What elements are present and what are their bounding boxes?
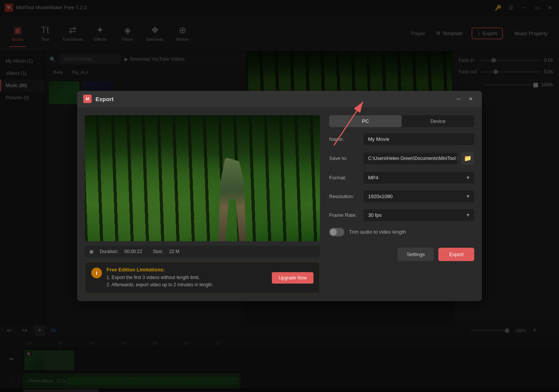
resolution-group: Resolution: 1920x1080 1280x720 3840x2160… bbox=[329, 190, 474, 202]
save-to-path: C:\Users\Helen Green\Documents\MiniTool … bbox=[364, 153, 457, 164]
trim-audio-row: Trim audio to video length bbox=[329, 228, 474, 236]
video-info-bar: ▣ Duration: 00:00:22 Size: 22 M bbox=[85, 246, 320, 257]
resolution-select[interactable]: 1920x1080 1280x720 3840x2160 bbox=[364, 190, 474, 202]
save-to-label: Save to: bbox=[329, 155, 360, 161]
name-label: Name: bbox=[329, 136, 360, 142]
size-label: Size: bbox=[153, 249, 163, 254]
dialog-body: ▣ Duration: 00:00:22 Size: 22 M i Free E… bbox=[77, 108, 482, 301]
size-value: 22 M bbox=[169, 249, 179, 254]
upgrade-now-button[interactable]: Upgrade Now bbox=[272, 272, 313, 284]
dialog-title: M Export bbox=[83, 95, 114, 103]
dialog-footer: Settings Export bbox=[329, 244, 474, 261]
format-select-wrapper: MP4 MOV AVI ▼ bbox=[364, 172, 474, 184]
toggle-knob bbox=[330, 229, 337, 236]
dialog-close-button[interactable]: ✕ bbox=[466, 94, 476, 104]
tab-pc[interactable]: PC bbox=[329, 115, 402, 127]
resolution-label: Resolution: bbox=[329, 194, 360, 199]
dialog-controls: ─ ✕ bbox=[454, 94, 476, 104]
name-field-group: Name: bbox=[329, 133, 474, 145]
duration-value: 00:00:22 bbox=[124, 249, 142, 254]
format-group: Format: MP4 MOV AVI ▼ bbox=[329, 172, 474, 184]
limitations-title: Free Edition Limitations: bbox=[107, 267, 267, 273]
export-action-button[interactable]: Export bbox=[438, 248, 474, 261]
settings-button[interactable]: Settings bbox=[397, 248, 434, 261]
save-to-group: Save to: C:\Users\Helen Green\Documents\… bbox=[329, 152, 474, 165]
format-label: Format: bbox=[329, 175, 360, 181]
browse-folder-button[interactable]: 📁 bbox=[461, 152, 474, 165]
duration-label: Duration: bbox=[100, 249, 118, 254]
name-input[interactable] bbox=[364, 133, 474, 145]
warning-icon: i bbox=[91, 268, 102, 278]
trim-audio-label: Trim audio to video length bbox=[349, 229, 406, 235]
frame-rate-select[interactable]: 30 fps 24 fps 60 fps bbox=[364, 209, 474, 221]
video-clip-icon: ▣ bbox=[89, 249, 94, 254]
resolution-select-wrapper: 1920x1080 1280x720 3840x2160 ▼ bbox=[364, 190, 474, 202]
dialog-title-text: Export bbox=[95, 96, 114, 102]
dialog-right: PC Device Name: Save to: C:\Users\Helen … bbox=[329, 115, 474, 294]
export-dialog: M Export ─ ✕ ▣ Duration: 00:00:22 bbox=[77, 91, 482, 301]
preview-video bbox=[85, 115, 320, 241]
dialog-left: ▣ Duration: 00:00:22 Size: 22 M i Free E… bbox=[85, 115, 320, 294]
frame-rate-label: Frame Rate: bbox=[329, 212, 360, 218]
tab-device[interactable]: Device bbox=[402, 115, 474, 127]
frame-rate-group: Frame Rate: 30 fps 24 fps 60 fps ▼ bbox=[329, 209, 474, 221]
export-tabs: PC Device bbox=[329, 115, 474, 127]
format-select[interactable]: MP4 MOV AVI bbox=[364, 172, 474, 184]
dialog-overlay: M Export ─ ✕ ▣ Duration: 00:00:22 bbox=[0, 0, 559, 392]
dialog-header: M Export ─ ✕ bbox=[77, 91, 482, 108]
limitations-box: i Free Edition Limitations: 1. Export th… bbox=[85, 262, 320, 294]
limitations-line1: 1. Export the first 3 videos without len… bbox=[107, 274, 267, 289]
dialog-minimize-button[interactable]: ─ bbox=[454, 94, 464, 104]
limitations-text: Free Edition Limitations: 1. Export the … bbox=[107, 267, 267, 289]
tree-lines bbox=[85, 115, 320, 241]
dialog-logo-icon: M bbox=[83, 95, 92, 103]
frame-rate-select-wrapper: 30 fps 24 fps 60 fps ▼ bbox=[364, 209, 474, 221]
trim-audio-toggle[interactable] bbox=[329, 228, 344, 236]
